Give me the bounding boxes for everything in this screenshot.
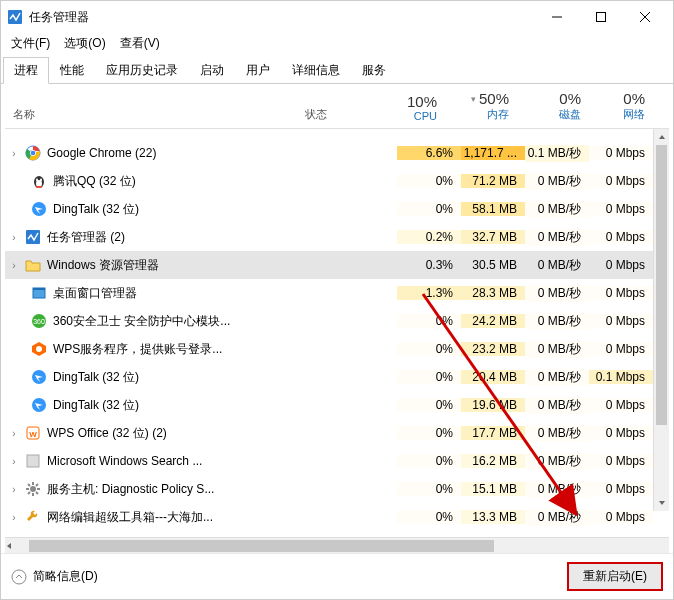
cell-cpu: 0% bbox=[397, 510, 461, 524]
process-name: 360安全卫士 安全防护中心模块... bbox=[53, 313, 230, 330]
expand-toggle[interactable]: › bbox=[5, 484, 23, 495]
taskmgr-icon bbox=[25, 229, 41, 245]
cell-mem: 19.6 MB bbox=[461, 398, 525, 412]
header-network[interactable]: 0% 网络 bbox=[589, 90, 653, 122]
cell-net: 0 Mbps bbox=[589, 342, 653, 356]
cell-mem: 1,171.7 ... bbox=[461, 146, 525, 160]
tab-0[interactable]: 进程 bbox=[3, 57, 49, 84]
cell-disk: 0 MB/秒 bbox=[525, 453, 589, 470]
expand-toggle[interactable]: › bbox=[5, 512, 23, 523]
svg-marker-36 bbox=[659, 135, 665, 139]
process-row[interactable]: DingTalk (32 位)0%19.6 MB0 MB/秒0 Mbps bbox=[5, 391, 669, 419]
svg-rect-26 bbox=[27, 455, 39, 467]
close-button[interactable] bbox=[623, 2, 667, 32]
process-name-cell: 网络编辑超级工具箱---大海加... bbox=[23, 509, 317, 526]
header-disk[interactable]: 0% 磁盘 bbox=[517, 90, 589, 122]
process-name: Google Chrome (22) bbox=[47, 146, 156, 160]
process-row[interactable]: ›Microsoft Windows Search ...0%16.2 MB0 … bbox=[5, 447, 669, 475]
footer: 简略信息(D) 重新启动(E) bbox=[1, 553, 673, 599]
restart-button[interactable]: 重新启动(E) bbox=[567, 562, 663, 591]
process-row[interactable]: 360360安全卫士 安全防护中心模块...0%24.2 MB0 MB/秒0 M… bbox=[5, 307, 669, 335]
menu-view[interactable]: 查看(V) bbox=[120, 35, 160, 52]
cell-mem: 16.2 MB bbox=[461, 454, 525, 468]
process-row[interactable]: DingTalk (32 位)0%58.1 MB0 MB/秒0 Mbps bbox=[5, 195, 669, 223]
process-name: Microsoft Windows Search ... bbox=[47, 454, 202, 468]
expand-toggle[interactable]: › bbox=[5, 232, 23, 243]
cell-net: 0 Mbps bbox=[589, 314, 653, 328]
process-row[interactable]: ›网络编辑超级工具箱---大海加...0%13.3 MB0 MB/秒0 Mbps bbox=[5, 503, 669, 531]
cell-net: 0 Mbps bbox=[589, 510, 653, 524]
tab-4[interactable]: 用户 bbox=[235, 57, 281, 84]
process-row[interactable]: WPS服务程序，提供账号登录...0%23.2 MB0 MB/秒0 Mbps bbox=[5, 335, 669, 363]
cell-disk: 0 MB/秒 bbox=[525, 201, 589, 218]
maximize-button[interactable] bbox=[579, 2, 623, 32]
process-name: 网络编辑超级工具箱---大海加... bbox=[47, 509, 213, 526]
cell-disk: 0 MB/秒 bbox=[525, 425, 589, 442]
scroll-up-button[interactable] bbox=[654, 129, 669, 145]
scroll-down-button[interactable] bbox=[654, 495, 669, 511]
process-name: DingTalk (32 位) bbox=[53, 201, 139, 218]
horizontal-scrollbar[interactable] bbox=[5, 537, 669, 553]
cell-net: 0 Mbps bbox=[589, 230, 653, 244]
menu-file[interactable]: 文件(F) bbox=[11, 35, 50, 52]
scroll-left-button[interactable] bbox=[5, 538, 13, 553]
cell-cpu: 6.6% bbox=[397, 146, 461, 160]
tab-6[interactable]: 服务 bbox=[351, 57, 397, 84]
svg-point-21 bbox=[36, 346, 42, 352]
fewer-details-button[interactable]: 简略信息(D) bbox=[11, 568, 98, 585]
svg-point-12 bbox=[40, 179, 42, 182]
explorer-icon bbox=[25, 257, 41, 273]
process-row[interactable]: ›Google Chrome (22)6.6%1,171.7 ...0.1 MB… bbox=[5, 139, 669, 167]
tab-5[interactable]: 详细信息 bbox=[281, 57, 351, 84]
svg-point-8 bbox=[31, 151, 36, 156]
cell-net: 0 Mbps bbox=[589, 398, 653, 412]
gear-icon bbox=[25, 481, 41, 497]
cell-cpu: 0% bbox=[397, 342, 461, 356]
window-title: 任务管理器 bbox=[29, 9, 535, 26]
cell-disk: 0 MB/秒 bbox=[525, 229, 589, 246]
process-name-cell: DingTalk (32 位) bbox=[23, 397, 317, 414]
expand-toggle[interactable]: › bbox=[5, 148, 23, 159]
dingtalk-icon bbox=[31, 201, 47, 217]
scroll-thumb[interactable] bbox=[656, 145, 667, 425]
cell-disk: 0 MB/秒 bbox=[525, 313, 589, 330]
svg-marker-37 bbox=[659, 501, 665, 505]
cell-net: 0 Mbps bbox=[589, 146, 653, 160]
header-status[interactable]: 状态 bbox=[305, 90, 385, 122]
process-name-cell: WWPS Office (32 位) (2) bbox=[23, 425, 317, 442]
svg-line-35 bbox=[28, 492, 30, 494]
tool-icon bbox=[25, 509, 41, 525]
svg-point-27 bbox=[30, 486, 36, 492]
expand-toggle[interactable]: › bbox=[5, 428, 23, 439]
cell-disk: 0 MB/秒 bbox=[525, 369, 589, 386]
tab-3[interactable]: 启动 bbox=[189, 57, 235, 84]
process-row[interactable]: ›Windows 资源管理器0.3%30.5 MB0 MB/秒0 Mbps bbox=[5, 251, 669, 279]
process-row[interactable]: 腾讯QQ (32 位)0%71.2 MB0 MB/秒0 Mbps bbox=[5, 167, 669, 195]
expand-toggle[interactable]: › bbox=[5, 456, 23, 467]
tab-1[interactable]: 性能 bbox=[49, 57, 95, 84]
svg-marker-40 bbox=[7, 543, 11, 549]
process-row[interactable]: DingTalk (32 位)0%20.4 MB0 MB/秒0.1 Mbps bbox=[5, 363, 669, 391]
qq-icon bbox=[31, 173, 47, 189]
svg-point-11 bbox=[36, 179, 38, 182]
process-row[interactable]: 桌面窗口管理器1.3%28.3 MB0 MB/秒0 Mbps bbox=[5, 279, 669, 307]
header-name[interactable]: 名称 bbox=[5, 90, 305, 122]
vertical-scrollbar[interactable] bbox=[653, 129, 669, 511]
process-row[interactable]: ›服务主机: Diagnostic Policy S...0%15.1 MB0 … bbox=[5, 475, 669, 503]
expand-toggle[interactable]: › bbox=[5, 260, 23, 271]
cell-mem: 28.3 MB bbox=[461, 286, 525, 300]
tab-2[interactable]: 应用历史记录 bbox=[95, 57, 189, 84]
minimize-button[interactable] bbox=[535, 2, 579, 32]
process-row[interactable]: ›任务管理器 (2)0.2%32.7 MB0 MB/秒0 Mbps bbox=[5, 223, 669, 251]
cell-cpu: 0% bbox=[397, 454, 461, 468]
taskmgr-icon bbox=[7, 9, 23, 25]
cell-cpu: 0% bbox=[397, 398, 461, 412]
header-memory[interactable]: ▾50% 内存 bbox=[445, 90, 517, 122]
process-row[interactable]: ›WWPS Office (32 位) (2)0%17.7 MB0 MB/秒0 … bbox=[5, 419, 669, 447]
cell-net: 0 Mbps bbox=[589, 426, 653, 440]
header-cpu[interactable]: 10% CPU bbox=[385, 90, 445, 122]
process-list[interactable]: ›Google Chrome (22)6.6%1,171.7 ...0.1 MB… bbox=[5, 129, 669, 535]
scroll-thumb-h[interactable] bbox=[29, 540, 494, 552]
cell-mem: 30.5 MB bbox=[461, 258, 525, 272]
menu-options[interactable]: 选项(O) bbox=[64, 35, 105, 52]
